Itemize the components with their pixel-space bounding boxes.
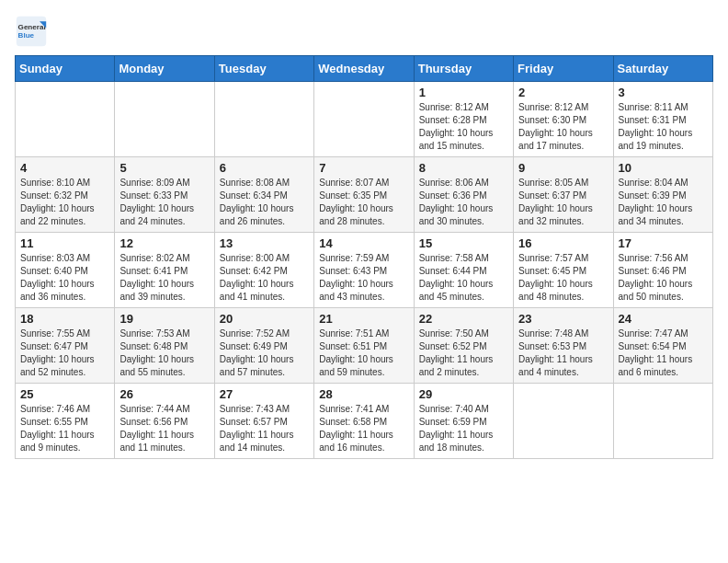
calendar-cell: 5Sunrise: 8:09 AM Sunset: 6:33 PM Daylig…	[115, 157, 214, 233]
calendar-cell: 10Sunrise: 8:04 AM Sunset: 6:39 PM Dayli…	[613, 157, 712, 233]
weekday-header-friday: Friday	[514, 56, 613, 82]
calendar-cell: 21Sunrise: 7:51 AM Sunset: 6:51 PM Dayli…	[314, 308, 414, 384]
day-info: Sunrise: 7:40 AM Sunset: 6:59 PM Dayligh…	[419, 403, 508, 454]
calendar-cell: 13Sunrise: 8:00 AM Sunset: 6:42 PM Dayli…	[214, 233, 313, 308]
calendar-week-3: 11Sunrise: 8:03 AM Sunset: 6:40 PM Dayli…	[16, 233, 713, 308]
day-number: 17	[619, 236, 708, 250]
day-number: 6	[220, 161, 309, 175]
day-info: Sunrise: 7:50 AM Sunset: 6:52 PM Dayligh…	[419, 327, 508, 379]
calendar-cell: 19Sunrise: 7:53 AM Sunset: 6:48 PM Dayli…	[115, 308, 214, 384]
day-number: 29	[419, 387, 508, 401]
day-info: Sunrise: 7:59 AM Sunset: 6:43 PM Dayligh…	[319, 252, 408, 304]
calendar-cell	[16, 82, 115, 157]
calendar-cell: 28Sunrise: 7:41 AM Sunset: 6:58 PM Dayli…	[314, 384, 414, 459]
day-info: Sunrise: 8:04 AM Sunset: 6:39 PM Dayligh…	[619, 177, 708, 228]
calendar-cell: 2Sunrise: 8:12 AM Sunset: 6:30 PM Daylig…	[514, 82, 613, 157]
day-number: 26	[119, 387, 209, 401]
calendar-cell: 14Sunrise: 7:59 AM Sunset: 6:43 PM Dayli…	[314, 233, 414, 308]
day-info: Sunrise: 8:00 AM Sunset: 6:42 PM Dayligh…	[220, 252, 309, 304]
day-info: Sunrise: 7:53 AM Sunset: 6:48 PM Dayligh…	[119, 327, 209, 379]
day-info: Sunrise: 7:56 AM Sunset: 6:46 PM Dayligh…	[619, 252, 708, 304]
day-info: Sunrise: 7:46 AM Sunset: 6:55 PM Dayligh…	[20, 403, 109, 454]
weekday-header-thursday: Thursday	[414, 56, 513, 82]
day-number: 7	[319, 161, 408, 175]
weekday-header-tuesday: Tuesday	[214, 56, 313, 82]
calendar-cell: 3Sunrise: 8:11 AM Sunset: 6:31 PM Daylig…	[613, 82, 712, 157]
calendar-cell: 15Sunrise: 7:58 AM Sunset: 6:44 PM Dayli…	[414, 233, 513, 308]
calendar-cell: 24Sunrise: 7:47 AM Sunset: 6:54 PM Dayli…	[613, 308, 712, 384]
calendar-cell	[613, 384, 712, 459]
weekday-header-row: SundayMondayTuesdayWednesdayThursdayFrid…	[16, 56, 713, 82]
day-info: Sunrise: 8:11 AM Sunset: 6:31 PM Dayligh…	[619, 101, 708, 153]
calendar-cell: 4Sunrise: 8:10 AM Sunset: 6:32 PM Daylig…	[16, 157, 115, 233]
day-info: Sunrise: 7:57 AM Sunset: 6:45 PM Dayligh…	[518, 252, 608, 304]
day-info: Sunrise: 7:58 AM Sunset: 6:44 PM Dayligh…	[419, 252, 508, 304]
day-number: 3	[619, 86, 708, 99]
calendar-cell: 6Sunrise: 8:08 AM Sunset: 6:34 PM Daylig…	[214, 157, 313, 233]
calendar-cell: 8Sunrise: 8:06 AM Sunset: 6:36 PM Daylig…	[414, 157, 513, 233]
day-number: 24	[619, 312, 708, 326]
day-info: Sunrise: 8:07 AM Sunset: 6:35 PM Dayligh…	[319, 177, 408, 228]
day-number: 12	[119, 236, 209, 250]
calendar-cell: 27Sunrise: 7:43 AM Sunset: 6:57 PM Dayli…	[214, 384, 313, 459]
calendar-week-1: 1Sunrise: 8:12 AM Sunset: 6:28 PM Daylig…	[16, 82, 713, 157]
day-number: 11	[20, 236, 109, 250]
calendar-week-5: 25Sunrise: 7:46 AM Sunset: 6:55 PM Dayli…	[16, 384, 713, 459]
day-info: Sunrise: 8:06 AM Sunset: 6:36 PM Dayligh…	[419, 177, 508, 228]
day-info: Sunrise: 8:09 AM Sunset: 6:33 PM Dayligh…	[119, 177, 209, 228]
day-info: Sunrise: 8:03 AM Sunset: 6:40 PM Dayligh…	[20, 252, 109, 304]
day-info: Sunrise: 8:10 AM Sunset: 6:32 PM Dayligh…	[20, 177, 109, 228]
svg-text:General: General	[18, 23, 46, 31]
day-number: 1	[419, 86, 508, 99]
calendar-cell: 22Sunrise: 7:50 AM Sunset: 6:52 PM Dayli…	[414, 308, 513, 384]
day-info: Sunrise: 7:48 AM Sunset: 6:53 PM Dayligh…	[518, 327, 608, 379]
weekday-header-monday: Monday	[115, 56, 214, 82]
day-number: 9	[518, 161, 608, 175]
day-number: 2	[518, 86, 608, 99]
page-header: General Blue	[15, 15, 713, 48]
day-info: Sunrise: 8:05 AM Sunset: 6:37 PM Dayligh…	[518, 177, 608, 228]
calendar-table: SundayMondayTuesdayWednesdayThursdayFrid…	[15, 55, 713, 459]
day-number: 23	[518, 312, 608, 326]
calendar-cell: 9Sunrise: 8:05 AM Sunset: 6:37 PM Daylig…	[514, 157, 613, 233]
calendar-cell: 11Sunrise: 8:03 AM Sunset: 6:40 PM Dayli…	[16, 233, 115, 308]
weekday-header-wednesday: Wednesday	[314, 56, 414, 82]
calendar-cell: 16Sunrise: 7:57 AM Sunset: 6:45 PM Dayli…	[514, 233, 613, 308]
calendar-cell: 25Sunrise: 7:46 AM Sunset: 6:55 PM Dayli…	[16, 384, 115, 459]
day-info: Sunrise: 7:51 AM Sunset: 6:51 PM Dayligh…	[319, 327, 408, 379]
weekday-header-saturday: Saturday	[613, 56, 712, 82]
day-number: 18	[20, 312, 109, 326]
calendar-cell: 29Sunrise: 7:40 AM Sunset: 6:59 PM Dayli…	[414, 384, 513, 459]
day-number: 21	[319, 312, 408, 326]
day-number: 20	[220, 312, 309, 326]
logo: General Blue	[15, 15, 48, 48]
day-info: Sunrise: 7:41 AM Sunset: 6:58 PM Dayligh…	[319, 403, 408, 454]
weekday-header-sunday: Sunday	[16, 56, 115, 82]
day-number: 10	[619, 161, 708, 175]
day-number: 16	[518, 236, 608, 250]
day-info: Sunrise: 8:12 AM Sunset: 6:30 PM Dayligh…	[518, 101, 608, 153]
day-number: 5	[119, 161, 209, 175]
day-number: 28	[319, 387, 408, 401]
calendar-cell	[115, 82, 214, 157]
calendar-week-2: 4Sunrise: 8:10 AM Sunset: 6:32 PM Daylig…	[16, 157, 713, 233]
day-number: 13	[220, 236, 309, 250]
day-info: Sunrise: 8:12 AM Sunset: 6:28 PM Dayligh…	[419, 101, 508, 153]
day-info: Sunrise: 7:52 AM Sunset: 6:49 PM Dayligh…	[220, 327, 309, 379]
day-number: 8	[419, 161, 508, 175]
day-info: Sunrise: 7:47 AM Sunset: 6:54 PM Dayligh…	[619, 327, 708, 379]
calendar-cell	[514, 384, 613, 459]
calendar-cell	[214, 82, 313, 157]
day-info: Sunrise: 8:02 AM Sunset: 6:41 PM Dayligh…	[119, 252, 209, 304]
svg-text:Blue: Blue	[18, 31, 35, 40]
calendar-cell: 18Sunrise: 7:55 AM Sunset: 6:47 PM Dayli…	[16, 308, 115, 384]
day-number: 25	[20, 387, 109, 401]
day-info: Sunrise: 7:43 AM Sunset: 6:57 PM Dayligh…	[220, 403, 309, 454]
day-info: Sunrise: 7:44 AM Sunset: 6:56 PM Dayligh…	[119, 403, 209, 454]
calendar-cell: 12Sunrise: 8:02 AM Sunset: 6:41 PM Dayli…	[115, 233, 214, 308]
day-number: 15	[419, 236, 508, 250]
calendar-cell: 17Sunrise: 7:56 AM Sunset: 6:46 PM Dayli…	[613, 233, 712, 308]
logo-icon: General Blue	[15, 15, 48, 48]
day-number: 22	[419, 312, 508, 326]
day-info: Sunrise: 8:08 AM Sunset: 6:34 PM Dayligh…	[220, 177, 309, 228]
